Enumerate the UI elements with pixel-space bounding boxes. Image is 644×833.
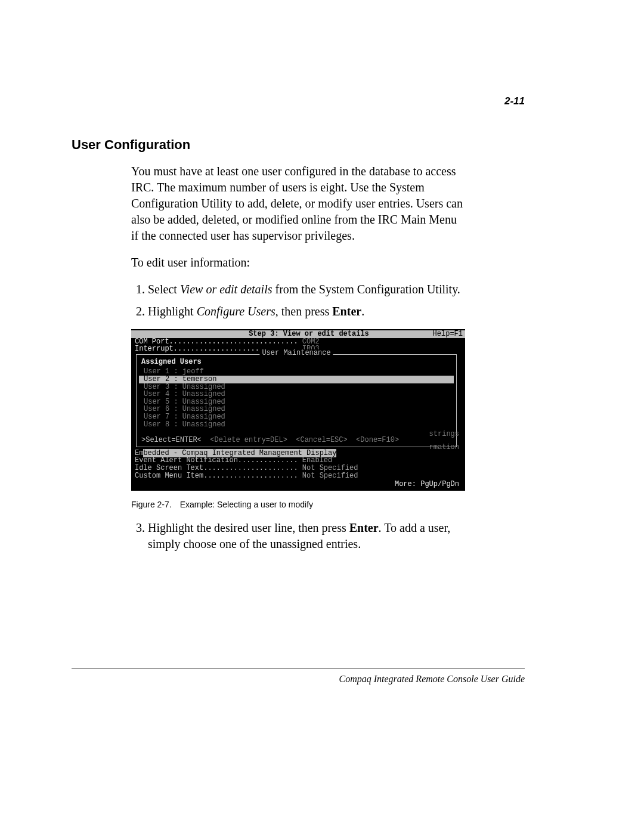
figure-wrap: Step 3: View or edit details Help=F1 COM… (131, 329, 465, 510)
side-text-rmation: rmation (429, 444, 459, 451)
panel-title: User Maintenance (259, 349, 333, 357)
custom-menu-line: Custom Menu Item...................... N… (135, 472, 462, 480)
step3-bold: Enter (349, 521, 379, 534)
more-indicator: More: PgUp/PgDn (135, 481, 462, 488)
step1-emphasis: View or edit details (180, 283, 273, 296)
step3-pre: Highlight the desired user line, then pr… (148, 521, 349, 534)
footer-rule (72, 668, 525, 668)
step-1: Select View or edit details from the Sys… (148, 281, 465, 298)
custom-label: Custom Menu Item...................... (135, 472, 298, 480)
action-select: >Select=ENTER< (141, 436, 202, 444)
step2-pre: Highlight (148, 305, 197, 318)
panel-actions: >Select=ENTER< <Delete entry=DEL> <Cance… (139, 436, 454, 444)
titlebar-help: Help=F1 (415, 330, 465, 338)
steps-list-cont: Highlight the desired user line, then pr… (131, 520, 465, 552)
step2-post: . (361, 305, 364, 318)
section-heading: User Configuration (72, 137, 525, 153)
lead-in: To edit user information: (131, 255, 465, 271)
page-content: 2-11 User Configuration You must have at… (72, 95, 525, 561)
user-row-7: User 7 : Unassigned (139, 413, 454, 421)
step-2: Highlight Configure Users, then press En… (148, 304, 465, 320)
user-row-4: User 4 : Unassigned (139, 391, 454, 398)
step1-pre: Select (148, 283, 180, 296)
action-delete: <Delete entry=DEL> (210, 436, 287, 444)
user-row-8: User 8 : Unassigned (139, 421, 454, 429)
body-block: You must have at least one user configur… (131, 163, 465, 552)
side-text-strings: strings (429, 431, 459, 438)
step-3: Highlight the desired user line, then pr… (148, 520, 465, 552)
action-cancel: <Cancel=ESC> (296, 436, 347, 444)
terminal-titlebar: Step 3: View or edit details Help=F1 (131, 330, 465, 338)
footer-text: Compaq Integrated Remote Console User Gu… (72, 674, 525, 685)
action-done: <Done=F10> (356, 436, 399, 444)
step2-bold: Enter (332, 305, 361, 318)
terminal-screenshot: Step 3: View or edit details Help=F1 COM… (131, 329, 465, 491)
user-maintenance-panel: User Maintenance Assigned Users User 1 :… (136, 354, 457, 447)
intro-paragraph: You must have at least one user configur… (131, 163, 465, 244)
step2-mid: , then press (275, 305, 333, 318)
user-list: User 1 : jeoffUser 2 : temersonUser 3 : … (139, 368, 454, 428)
steps-list: Select View or edit details from the Sys… (131, 281, 465, 320)
bottom-lines: Embedded - Compaq Integrated Management … (135, 450, 462, 488)
page-number: 2-11 (504, 95, 525, 107)
user-row-2: User 2 : temerson (139, 376, 454, 383)
assigned-users-label: Assigned Users (141, 358, 454, 366)
custom-value: Not Specified (302, 472, 358, 480)
step2-emphasis: Configure Users (197, 305, 275, 318)
step1-post: from the System Configuration Utility. (272, 283, 460, 296)
interrupt-label: Interrupt (135, 345, 174, 353)
figure-caption: Figure 2-7. Example: Selecting a user to… (131, 499, 465, 510)
